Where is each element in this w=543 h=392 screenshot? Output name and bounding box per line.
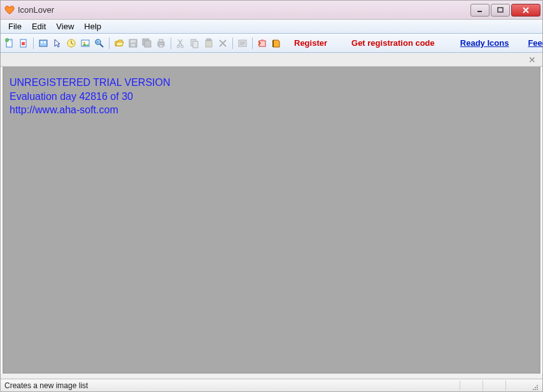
wizard-icon[interactable]: [256, 37, 269, 50]
copy-icon: [188, 37, 201, 50]
close-tab-icon[interactable]: ✕: [526, 55, 539, 65]
app-icon: [4, 5, 15, 15]
status-text: Creates a new image list: [4, 381, 460, 390]
new-cursor-icon[interactable]: [51, 37, 64, 50]
new-library-icon[interactable]: [37, 37, 50, 50]
svg-rect-27: [206, 40, 212, 47]
close-button[interactable]: [511, 4, 540, 17]
ready-icons-link[interactable]: Ready Icons: [455, 38, 514, 48]
feedback-link[interactable]: Feedbac: [523, 38, 543, 48]
svg-point-3: [6, 38, 9, 41]
svg-point-36: [537, 387, 538, 388]
maximize-button[interactable]: [491, 4, 510, 17]
menu-edit[interactable]: Edit: [27, 20, 51, 32]
status-cell: [460, 381, 483, 391]
save-all-icon: [141, 37, 153, 50]
image-icon[interactable]: [79, 37, 92, 50]
svg-rect-6: [39, 40, 47, 46]
properties-icon: [236, 37, 249, 50]
menu-help[interactable]: Help: [79, 20, 106, 32]
svg-rect-28: [207, 39, 211, 41]
menu-file[interactable]: File: [3, 20, 27, 32]
get-registration-code-link[interactable]: Get registration code: [346, 38, 440, 48]
svg-line-13: [100, 44, 103, 47]
svg-rect-26: [193, 41, 198, 48]
status-cell: [483, 381, 505, 391]
new-image-list-icon[interactable]: [3, 37, 16, 50]
app-window: IconLover File Edit View Help: [0, 0, 543, 392]
status-bar: Creates a new image list: [1, 379, 542, 391]
svg-point-39: [537, 385, 538, 386]
svg-rect-19: [145, 41, 151, 47]
trial-notice: UNREGISTERED TRIAL VERSION Evaluation da…: [10, 76, 171, 117]
svg-rect-21: [159, 39, 163, 42]
print-icon: [155, 37, 167, 50]
svg-rect-16: [130, 40, 136, 43]
svg-rect-8: [44, 41, 46, 43]
svg-rect-7: [41, 41, 43, 43]
titlebar: IconLover: [1, 1, 542, 20]
menubar: File Edit View Help: [1, 20, 542, 34]
clock-icon[interactable]: [65, 37, 78, 50]
trial-line-1: UNREGISTERED TRIAL VERSION: [10, 76, 171, 90]
svg-rect-5: [22, 42, 25, 45]
trial-line-3: http://www.aha-soft.com: [10, 103, 171, 117]
minimize-button[interactable]: [470, 4, 490, 17]
svg-point-37: [533, 389, 534, 390]
paste-icon: [202, 37, 215, 50]
svg-text:ic: ic: [97, 40, 99, 44]
svg-point-34: [537, 389, 538, 390]
new-icon-icon[interactable]: [17, 37, 30, 50]
search-icon[interactable]: ic: [93, 37, 106, 50]
svg-point-35: [535, 389, 536, 390]
resize-grip-icon[interactable]: [528, 381, 539, 391]
svg-rect-22: [159, 45, 163, 47]
register-link[interactable]: Register: [289, 38, 332, 48]
window-title: IconLover: [18, 5, 470, 15]
toolbar: ic: [1, 34, 542, 53]
open-folder-icon[interactable]: [113, 37, 125, 50]
save-icon: [127, 37, 139, 50]
svg-point-38: [535, 387, 536, 388]
menu-view[interactable]: View: [51, 20, 79, 32]
tab-strip: ✕: [1, 53, 542, 67]
delete-icon: [216, 37, 229, 50]
cut-icon: [174, 37, 187, 50]
svg-rect-1: [498, 8, 503, 12]
help-book-icon[interactable]: [270, 37, 283, 50]
content-area: UNREGISTERED TRIAL VERSION Evaluation da…: [3, 67, 540, 374]
trial-line-2: Evaluation day 42816 of 30: [10, 90, 171, 104]
svg-rect-17: [131, 44, 135, 46]
status-cell: [505, 381, 528, 391]
